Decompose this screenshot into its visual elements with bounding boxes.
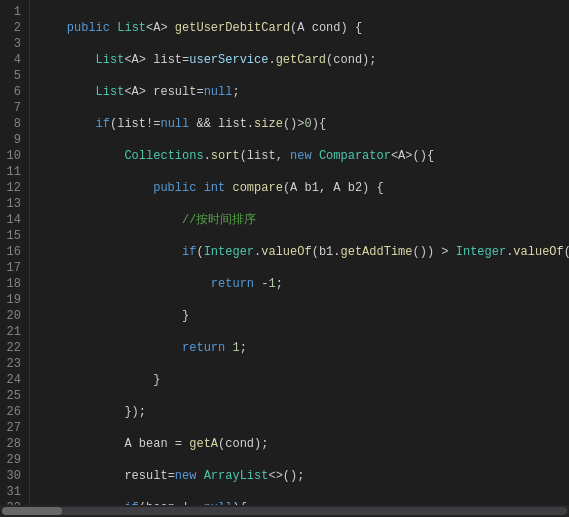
- code-line-10: }: [38, 308, 569, 324]
- code-line-5: Collections.sort(list, new Comparator<A>…: [38, 148, 569, 164]
- code-line-9: return -1;: [38, 276, 569, 292]
- scrollbar-thumb[interactable]: [2, 507, 62, 515]
- line-numbers: 1 2 3 4 5 6 7 8 9 10 11 12 13 14 15 16 1…: [0, 0, 30, 505]
- code-line-8: if(Integer.valueOf(b1.getAddTime()) > In…: [38, 244, 569, 260]
- editor-container: 1 2 3 4 5 6 7 8 9 10 11 12 13 14 15 16 1…: [0, 0, 569, 517]
- code-line-7: //按时间排序: [38, 212, 569, 228]
- code-line-15: result=new ArrayList<>();: [38, 468, 569, 484]
- code-line-6: public int compare(A b1, A b2) {: [38, 180, 569, 196]
- code-line-12: }: [38, 372, 569, 388]
- code-line-14: A bean = getA(cond);: [38, 436, 569, 452]
- code-line-1: public List<A> getUserDebitCard(A cond) …: [38, 20, 569, 36]
- code-area[interactable]: 1 2 3 4 5 6 7 8 9 10 11 12 13 14 15 16 1…: [0, 0, 569, 505]
- scrollbar-track[interactable]: [2, 507, 567, 515]
- code-line-13: });: [38, 404, 569, 420]
- code-content[interactable]: public List<A> getUserDebitCard(A cond) …: [30, 0, 569, 505]
- code-line-3: List<A> result=null;: [38, 84, 569, 100]
- horizontal-scrollbar[interactable]: [0, 505, 569, 517]
- code-line-2: List<A> list=userService.getCard(cond);: [38, 52, 569, 68]
- code-line-11: return 1;: [38, 340, 569, 356]
- code-line-4: if(list!=null && list.size()>0){: [38, 116, 569, 132]
